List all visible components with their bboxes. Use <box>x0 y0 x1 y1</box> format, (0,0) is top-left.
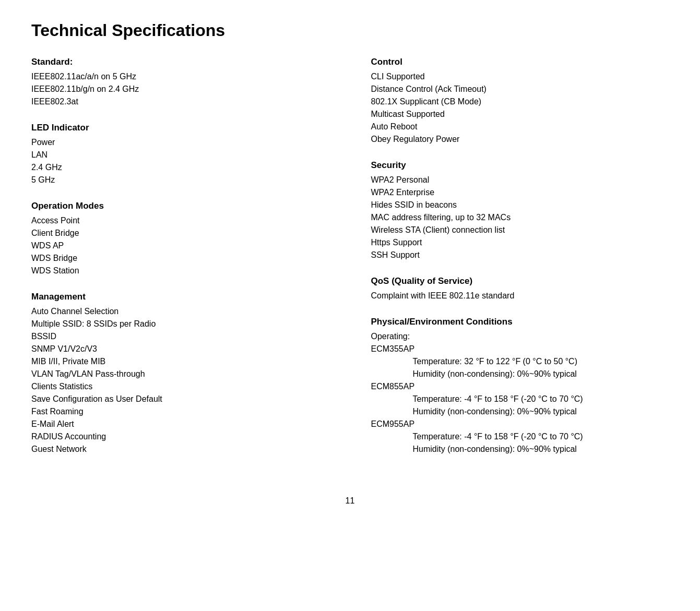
led-item-3: 5 GHz <box>31 174 329 186</box>
qos-heading: QoS (Quality of Service) <box>371 276 669 286</box>
ecm955ap-humidity: Humidity (non-condensing): 0%~90% typica… <box>371 443 669 456</box>
mgmt-item-5: VLAN Tag/VLAN Pass-through <box>31 368 329 380</box>
page-title: Technical Specifications <box>31 21 669 40</box>
mgmt-item-4: MIB I/II, Private MIB <box>31 355 329 368</box>
control-section: Control CLI Supported Distance Control (… <box>371 57 669 146</box>
mgmt-item-0: Auto Channel Selection <box>31 305 329 318</box>
led-indicator-section: LED Indicator Power LAN 2.4 GHz 5 GHz <box>31 123 329 186</box>
ecm355ap-humidity: Humidity (non-condensing): 0%~90% typica… <box>371 368 669 380</box>
physical-section: Physical/Environment Conditions Operatin… <box>371 317 669 456</box>
mgmt-item-3: SNMP V1/V2c/V3 <box>31 343 329 355</box>
op-mode-item-4: WDS Station <box>31 265 329 277</box>
led-item-0: Power <box>31 136 329 149</box>
standard-item-0: IEEE802.11ac/a/n on 5 GHz <box>31 70 329 83</box>
mgmt-item-7: Save Configuration as User Default <box>31 393 329 405</box>
mgmt-item-9: E-Mail Alert <box>31 418 329 430</box>
mgmt-item-10: RADIUS Accounting <box>31 430 329 443</box>
qos-section: QoS (Quality of Service) Complaint with … <box>371 276 669 302</box>
physical-heading: Physical/Environment Conditions <box>371 317 669 327</box>
control-item-4: Auto Reboot <box>371 121 669 133</box>
security-heading: Security <box>371 160 669 171</box>
operating-label: Operating: <box>371 330 669 343</box>
management-heading: Management <box>31 292 329 302</box>
ecm355ap-label: ECM355AP <box>371 343 669 355</box>
mgmt-item-1: Multiple SSID: 8 SSIDs per Radio <box>31 318 329 330</box>
control-item-0: CLI Supported <box>371 70 669 83</box>
qos-item-0: Complaint with IEEE 802.11e standard <box>371 290 669 302</box>
ecm855ap-temp: Temperature: -4 °F to 158 °F (-20 °C to … <box>371 393 669 405</box>
security-item-0: WPA2 Personal <box>371 174 669 186</box>
management-section: Management Auto Channel Selection Multip… <box>31 292 329 456</box>
standard-heading: Standard: <box>31 57 329 67</box>
operation-modes-heading: Operation Modes <box>31 201 329 211</box>
op-mode-item-3: WDS Bridge <box>31 252 329 265</box>
control-item-5: Obey Regulatory Power <box>371 133 669 146</box>
op-mode-item-1: Client Bridge <box>31 227 329 239</box>
security-item-6: SSH Support <box>371 249 669 261</box>
mgmt-item-6: Clients Statistics <box>31 380 329 393</box>
control-item-2: 802.1X Supplicant (CB Mode) <box>371 95 669 108</box>
led-indicator-heading: LED Indicator <box>31 123 329 133</box>
control-item-1: Distance Control (Ack Timeout) <box>371 83 669 95</box>
page-number: 11 <box>31 496 669 506</box>
ecm855ap-label: ECM855AP <box>371 380 669 393</box>
op-mode-item-2: WDS AP <box>31 239 329 252</box>
ecm955ap-label: ECM955AP <box>371 418 669 430</box>
control-item-3: Multicast Supported <box>371 108 669 121</box>
ecm955ap-temp: Temperature: -4 °F to 158 °F (-20 °C to … <box>371 430 669 443</box>
ecm355ap-temp: Temperature: 32 °F to 122 °F (0 °C to 50… <box>371 355 669 368</box>
mgmt-item-8: Fast Roaming <box>31 405 329 418</box>
security-item-5: Https Support <box>371 236 669 249</box>
standard-item-2: IEEE802.3at <box>31 95 329 108</box>
security-item-2: Hides SSID in beacons <box>371 199 669 211</box>
right-column: Control CLI Supported Distance Control (… <box>350 57 669 470</box>
standard-section: Standard: IEEE802.11ac/a/n on 5 GHz IEEE… <box>31 57 329 108</box>
standard-item-1: IEEE802.11b/g/n on 2.4 GHz <box>31 83 329 95</box>
control-heading: Control <box>371 57 669 67</box>
security-item-4: Wireless STA (Client) connection list <box>371 224 669 236</box>
mgmt-item-2: BSSID <box>31 330 329 343</box>
security-item-1: WPA2 Enterprise <box>371 186 669 199</box>
ecm855ap-humidity: Humidity (non-condensing): 0%~90% typica… <box>371 405 669 418</box>
mgmt-item-11: Guest Network <box>31 443 329 456</box>
operation-modes-section: Operation Modes Access Point Client Brid… <box>31 201 329 277</box>
left-column: Standard: IEEE802.11ac/a/n on 5 GHz IEEE… <box>31 57 350 470</box>
security-item-3: MAC address filtering, up to 32 MACs <box>371 211 669 224</box>
led-item-1: LAN <box>31 149 329 161</box>
led-item-2: 2.4 GHz <box>31 161 329 174</box>
op-mode-item-0: Access Point <box>31 214 329 227</box>
security-section: Security WPA2 Personal WPA2 Enterprise H… <box>371 160 669 261</box>
